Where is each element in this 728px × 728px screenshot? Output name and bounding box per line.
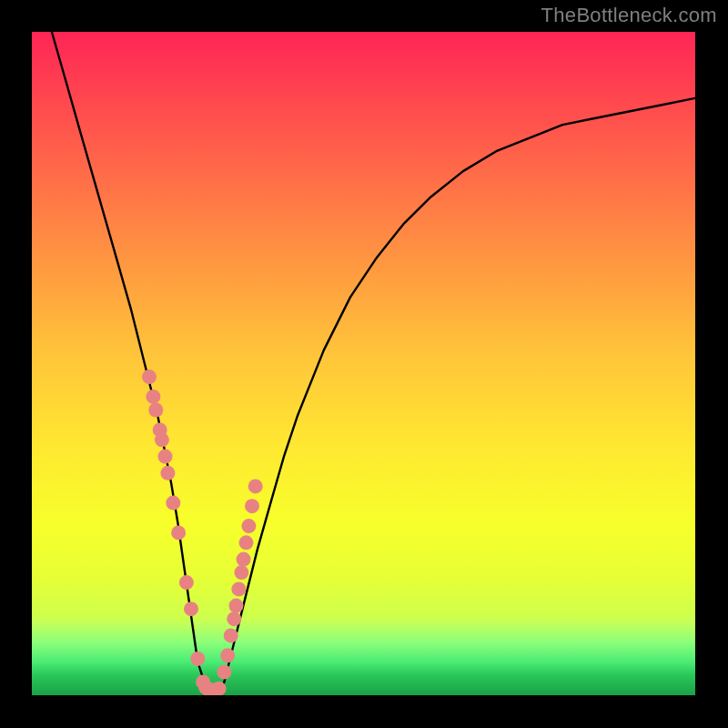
svg-point-19 (224, 628, 238, 642)
svg-point-24 (237, 552, 251, 567)
watermark-text: TheBottleneck.com (541, 4, 717, 27)
svg-point-26 (241, 519, 256, 533)
svg-point-9 (179, 575, 194, 590)
svg-point-16 (212, 682, 227, 695)
curve-overlay (32, 32, 695, 695)
svg-point-17 (217, 665, 231, 680)
data-points (142, 369, 263, 695)
svg-point-27 (245, 499, 259, 513)
svg-point-23 (234, 565, 248, 580)
svg-point-10 (184, 602, 198, 616)
bottleneck-curve (52, 32, 695, 695)
svg-point-25 (239, 535, 254, 550)
svg-point-5 (158, 450, 173, 464)
svg-point-6 (160, 466, 175, 480)
svg-point-1 (146, 389, 160, 404)
svg-point-0 (142, 369, 157, 384)
chart-frame: TheBottleneck.com (0, 0, 728, 728)
svg-point-11 (190, 652, 205, 666)
svg-point-7 (166, 496, 180, 511)
svg-point-8 (171, 525, 186, 540)
svg-point-4 (155, 432, 169, 447)
svg-point-22 (231, 581, 246, 596)
svg-point-20 (227, 612, 241, 626)
svg-point-28 (248, 479, 263, 493)
chart-plot-area (32, 32, 695, 695)
svg-point-18 (220, 648, 235, 662)
svg-point-2 (148, 403, 163, 418)
svg-point-21 (229, 599, 244, 613)
